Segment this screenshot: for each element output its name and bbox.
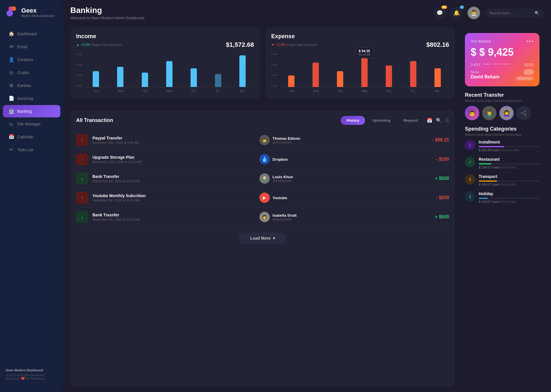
installment-used: $ 420,28 Used [479, 148, 499, 152]
sidebar-item-contacts[interactable]: 👤 Contacts [3, 53, 60, 66]
income-bar-sat [231, 55, 254, 87]
tx-amount-youtube: - $200 [426, 195, 449, 200]
tx-person-info-thomas: Thomas Edison @thomasedis [273, 136, 300, 144]
tx-person-dropbox: 💧 Dropbox [259, 154, 422, 164]
tab-history[interactable]: History [341, 116, 365, 125]
add-transfer-button[interactable] [517, 106, 531, 120]
tx-date-paypal: November 24th, 2020 at 2:45 AM [92, 141, 255, 144]
footer-made: Made with ❤️ by Peterdraw [6, 377, 44, 380]
tx-name-paypal: Paypal Transfer [92, 136, 255, 140]
holiday-icon: ℹ [465, 191, 475, 202]
transfer-avatars: 👨 👨‍🦱 👩‍🦱 [465, 106, 540, 120]
search-filter-icon[interactable]: 🔍 [436, 118, 442, 123]
income-meta: ▲ +4,6% Bigger than last week $1,572.68 [76, 41, 254, 48]
right-panel: Your Balance ••• $ $ 9,425 2451 **** ***… [461, 27, 544, 386]
restaurant-meta: $ 104.57 Used /from $ 500 [479, 166, 540, 169]
footer-brand: Geex Modern Dashboard [6, 368, 57, 372]
filter-icon[interactable]: ☰ [445, 118, 449, 123]
user-avatar[interactable]: 👨‍💼 [467, 6, 480, 20]
income-bar-thu [182, 68, 205, 87]
sidebar-item-kanban[interactable]: ⊞ Kanban [3, 79, 60, 92]
arrow-down-icon-2: ↓ [81, 214, 84, 220]
balance-menu-button[interactable]: ••• [526, 39, 534, 44]
arrow-up-icon: ↑ [81, 137, 84, 143]
restaurant-fill [479, 163, 492, 164]
sidebar-item-dashboard[interactable]: 🏠 Dashboard [3, 28, 60, 40]
expense-amount: $802.16 [426, 41, 449, 48]
sidebar-nav: 🏠 Dashboard ✉ Email 👤 Contacts ◎ Crypto … [0, 27, 63, 156]
sidebar-item-file-manager[interactable]: 🗂 File Manager [3, 118, 60, 130]
sidebar-item-calendar[interactable]: 📅 Calendar [3, 131, 60, 143]
tx-person-info-youtube: Youtube [273, 196, 287, 200]
expense-bars: $ 94.35 05:24 AM [280, 53, 449, 87]
installment-from: /from $ 1,000 [500, 148, 519, 152]
income-title: Income [76, 33, 254, 40]
transport-name: Transport [479, 174, 540, 179]
sidebar-label-crypto: Crypto [17, 70, 29, 75]
expense-bar-tue [328, 71, 352, 87]
balance-value: $ 9,425 [479, 46, 514, 58]
tx-amount-bank1: + $500 [426, 176, 449, 181]
app-name: Geex [21, 7, 55, 14]
card-holder-info: Name David Bekam [471, 70, 500, 79]
expense-y-label-1: 8 AM [271, 53, 277, 56]
tab-request[interactable]: Request [398, 116, 424, 125]
card-holder-label: Name [471, 70, 500, 74]
tx-icon-paypal: ↑ [76, 134, 88, 146]
income-bar-labels: Sun Mon Tue Wed Thu Fri Sat [85, 90, 254, 93]
transaction-row: ↑ Upgrade Storage Plan September 12th, 2… [76, 150, 449, 169]
bell-notification-button[interactable]: 🔔 2 [450, 7, 463, 19]
spending-item-restaurant: ✓ Restaurant $ 104.57 Used /from $ 500 [465, 157, 540, 169]
expense-bar-mon [304, 63, 327, 87]
sidebar-label-invoicing: Invoicing [17, 96, 33, 101]
tx-icon-youtube: ↑ [76, 192, 88, 204]
arrow-down-icon: ↓ [81, 176, 84, 182]
arrow-up-icon-3: ↑ [81, 195, 84, 201]
balance-dollar-sign: $ [471, 46, 479, 58]
main-content: Banking Welcome to Geex Modern Admin Das… [63, 0, 551, 392]
expense-bar-fri [401, 61, 425, 87]
search-icon: 🔍 [535, 11, 539, 15]
holiday-track [479, 198, 540, 199]
sidebar-item-email[interactable]: ✉ Email [3, 40, 60, 53]
spending-list: ℹ Installment $ 420,28 Used /from $ 1,00… [465, 140, 540, 203]
spending-subtitle: Maiores dicta atque dolorem temporibus [465, 133, 540, 136]
transport-track [479, 181, 540, 182]
send-icon [521, 110, 527, 116]
card-holder-name: David Bekam [471, 74, 500, 79]
sidebar-item-invoicing[interactable]: 📄 Invoicing [3, 92, 60, 104]
recent-transfer-title: Recent Transfer [465, 92, 540, 98]
tab-upcoming[interactable]: Upcoming [366, 116, 396, 125]
chat-notification-button[interactable]: 💬 84 [433, 7, 446, 19]
income-y-label-2: 6 AM [76, 63, 82, 66]
tx-date-bank1: September 5th, 2020 at 11:56 AM [92, 179, 255, 183]
tooltip-time: 05:24 AM [358, 53, 370, 56]
expense-change-value: +2,5% [276, 43, 286, 47]
transfer-avatar-1[interactable]: 👨 [465, 106, 479, 120]
spending-item-transport: ℹ Transport $ 104.57 Used /from $ 500 [465, 174, 540, 186]
sidebar-footer: Geex Modern Dashboard © 2021 All Rights … [0, 363, 63, 386]
holiday-meta: $ 104.57 Used /from $ 500 [479, 200, 540, 203]
tx-person-handle-thomas: @thomasedis [273, 141, 300, 144]
transaction-row: ↑ Youtube Monthly Subcrition September 5… [76, 188, 449, 207]
transactions-title: All Transaction [76, 117, 113, 123]
tx-person-info-louis: Louis Khun @thomasedis [273, 175, 293, 183]
sidebar-item-banking[interactable]: 🏦 Banking [3, 105, 60, 117]
toggle-switch[interactable] [523, 69, 534, 75]
transaction-row: ↑ Paypal Transfer November 24th, 2020 at… [76, 131, 449, 150]
installment-icon: ℹ [465, 140, 475, 150]
income-bar-tue [133, 73, 156, 87]
transfer-avatar-2[interactable]: 👨‍🦱 [482, 106, 496, 120]
income-bar-wed [158, 61, 181, 87]
load-more-button[interactable]: Load More ▾ [239, 232, 286, 244]
sidebar-item-todo[interactable]: ✏ Todo List [3, 143, 60, 156]
banking-icon: 🏦 [9, 108, 14, 114]
sidebar-item-crypto[interactable]: ◎ Crypto [3, 66, 60, 79]
tx-avatar-youtube: ▶ [259, 193, 270, 203]
page-subtitle: Welcome to Geex Modern Admin Dashboard [70, 16, 144, 20]
sidebar-label-banking: Banking [17, 109, 32, 114]
tx-info-bank2: Bank Trasnfer September 5th, 2020 at 11:… [92, 213, 255, 221]
search-input[interactable] [489, 11, 532, 15]
calendar-filter-icon[interactable]: 📅 [427, 118, 432, 123]
transfer-avatar-3[interactable]: 👩‍🦱 [499, 106, 514, 120]
